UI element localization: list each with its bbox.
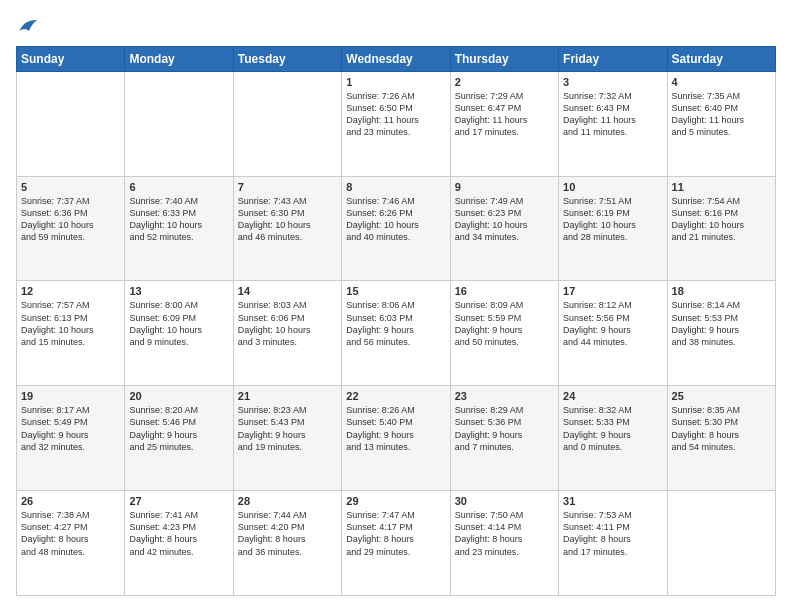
day-number: 28 — [238, 495, 337, 507]
calendar-cell: 28Sunrise: 7:44 AM Sunset: 4:20 PM Dayli… — [233, 491, 341, 596]
day-number: 29 — [346, 495, 445, 507]
cell-text: Sunrise: 8:00 AM Sunset: 6:09 PM Dayligh… — [129, 299, 228, 348]
calendar-cell: 22Sunrise: 8:26 AM Sunset: 5:40 PM Dayli… — [342, 386, 450, 491]
week-row-2: 5Sunrise: 7:37 AM Sunset: 6:36 PM Daylig… — [17, 176, 776, 281]
cell-text: Sunrise: 7:41 AM Sunset: 4:23 PM Dayligh… — [129, 509, 228, 558]
calendar-cell: 9Sunrise: 7:49 AM Sunset: 6:23 PM Daylig… — [450, 176, 558, 281]
cell-text: Sunrise: 7:43 AM Sunset: 6:30 PM Dayligh… — [238, 195, 337, 244]
day-number: 30 — [455, 495, 554, 507]
calendar-cell: 30Sunrise: 7:50 AM Sunset: 4:14 PM Dayli… — [450, 491, 558, 596]
cell-text: Sunrise: 7:32 AM Sunset: 6:43 PM Dayligh… — [563, 90, 662, 139]
calendar-table: SundayMondayTuesdayWednesdayThursdayFrid… — [16, 46, 776, 596]
cell-text: Sunrise: 8:35 AM Sunset: 5:30 PM Dayligh… — [672, 404, 771, 453]
day-number: 3 — [563, 76, 662, 88]
weekday-header-thursday: Thursday — [450, 46, 558, 71]
header — [16, 16, 776, 36]
cell-text: Sunrise: 7:54 AM Sunset: 6:16 PM Dayligh… — [672, 195, 771, 244]
cell-text: Sunrise: 7:51 AM Sunset: 6:19 PM Dayligh… — [563, 195, 662, 244]
page: SundayMondayTuesdayWednesdayThursdayFrid… — [0, 0, 792, 612]
cell-text: Sunrise: 7:40 AM Sunset: 6:33 PM Dayligh… — [129, 195, 228, 244]
week-row-3: 12Sunrise: 7:57 AM Sunset: 6:13 PM Dayli… — [17, 281, 776, 386]
day-number: 16 — [455, 285, 554, 297]
day-number: 13 — [129, 285, 228, 297]
day-number: 26 — [21, 495, 120, 507]
calendar-cell: 6Sunrise: 7:40 AM Sunset: 6:33 PM Daylig… — [125, 176, 233, 281]
calendar-cell: 2Sunrise: 7:29 AM Sunset: 6:47 PM Daylig… — [450, 71, 558, 176]
day-number: 22 — [346, 390, 445, 402]
day-number: 5 — [21, 181, 120, 193]
calendar-cell: 31Sunrise: 7:53 AM Sunset: 4:11 PM Dayli… — [559, 491, 667, 596]
day-number: 11 — [672, 181, 771, 193]
weekday-header-row: SundayMondayTuesdayWednesdayThursdayFrid… — [17, 46, 776, 71]
weekday-header-tuesday: Tuesday — [233, 46, 341, 71]
day-number: 10 — [563, 181, 662, 193]
day-number: 12 — [21, 285, 120, 297]
cell-text: Sunrise: 7:47 AM Sunset: 4:17 PM Dayligh… — [346, 509, 445, 558]
day-number: 7 — [238, 181, 337, 193]
cell-text: Sunrise: 8:17 AM Sunset: 5:49 PM Dayligh… — [21, 404, 120, 453]
calendar-cell: 25Sunrise: 8:35 AM Sunset: 5:30 PM Dayli… — [667, 386, 775, 491]
day-number: 17 — [563, 285, 662, 297]
calendar-cell: 12Sunrise: 7:57 AM Sunset: 6:13 PM Dayli… — [17, 281, 125, 386]
day-number: 4 — [672, 76, 771, 88]
day-number: 23 — [455, 390, 554, 402]
week-row-4: 19Sunrise: 8:17 AM Sunset: 5:49 PM Dayli… — [17, 386, 776, 491]
calendar-cell: 26Sunrise: 7:38 AM Sunset: 4:27 PM Dayli… — [17, 491, 125, 596]
cell-text: Sunrise: 7:38 AM Sunset: 4:27 PM Dayligh… — [21, 509, 120, 558]
day-number: 19 — [21, 390, 120, 402]
cell-text: Sunrise: 7:29 AM Sunset: 6:47 PM Dayligh… — [455, 90, 554, 139]
cell-text: Sunrise: 8:29 AM Sunset: 5:36 PM Dayligh… — [455, 404, 554, 453]
calendar-cell: 8Sunrise: 7:46 AM Sunset: 6:26 PM Daylig… — [342, 176, 450, 281]
day-number: 9 — [455, 181, 554, 193]
calendar-cell: 21Sunrise: 8:23 AM Sunset: 5:43 PM Dayli… — [233, 386, 341, 491]
weekday-header-monday: Monday — [125, 46, 233, 71]
cell-text: Sunrise: 7:57 AM Sunset: 6:13 PM Dayligh… — [21, 299, 120, 348]
day-number: 8 — [346, 181, 445, 193]
day-number: 20 — [129, 390, 228, 402]
calendar-cell: 18Sunrise: 8:14 AM Sunset: 5:53 PM Dayli… — [667, 281, 775, 386]
cell-text: Sunrise: 7:44 AM Sunset: 4:20 PM Dayligh… — [238, 509, 337, 558]
cell-text: Sunrise: 8:26 AM Sunset: 5:40 PM Dayligh… — [346, 404, 445, 453]
day-number: 15 — [346, 285, 445, 297]
weekday-header-saturday: Saturday — [667, 46, 775, 71]
logo-general — [16, 16, 39, 36]
cell-text: Sunrise: 7:26 AM Sunset: 6:50 PM Dayligh… — [346, 90, 445, 139]
calendar-cell — [667, 491, 775, 596]
calendar-cell: 27Sunrise: 7:41 AM Sunset: 4:23 PM Dayli… — [125, 491, 233, 596]
calendar-cell: 1Sunrise: 7:26 AM Sunset: 6:50 PM Daylig… — [342, 71, 450, 176]
calendar-cell: 29Sunrise: 7:47 AM Sunset: 4:17 PM Dayli… — [342, 491, 450, 596]
calendar-cell: 20Sunrise: 8:20 AM Sunset: 5:46 PM Dayli… — [125, 386, 233, 491]
calendar-cell — [125, 71, 233, 176]
day-number: 21 — [238, 390, 337, 402]
cell-text: Sunrise: 8:14 AM Sunset: 5:53 PM Dayligh… — [672, 299, 771, 348]
cell-text: Sunrise: 7:49 AM Sunset: 6:23 PM Dayligh… — [455, 195, 554, 244]
cell-text: Sunrise: 7:35 AM Sunset: 6:40 PM Dayligh… — [672, 90, 771, 139]
calendar-cell: 23Sunrise: 8:29 AM Sunset: 5:36 PM Dayli… — [450, 386, 558, 491]
week-row-1: 1Sunrise: 7:26 AM Sunset: 6:50 PM Daylig… — [17, 71, 776, 176]
calendar-cell: 4Sunrise: 7:35 AM Sunset: 6:40 PM Daylig… — [667, 71, 775, 176]
cell-text: Sunrise: 8:06 AM Sunset: 6:03 PM Dayligh… — [346, 299, 445, 348]
logo-bird-icon — [17, 17, 39, 35]
calendar-cell: 3Sunrise: 7:32 AM Sunset: 6:43 PM Daylig… — [559, 71, 667, 176]
calendar-cell: 10Sunrise: 7:51 AM Sunset: 6:19 PM Dayli… — [559, 176, 667, 281]
day-number: 27 — [129, 495, 228, 507]
day-number: 18 — [672, 285, 771, 297]
cell-text: Sunrise: 8:20 AM Sunset: 5:46 PM Dayligh… — [129, 404, 228, 453]
calendar-cell — [233, 71, 341, 176]
calendar-cell: 7Sunrise: 7:43 AM Sunset: 6:30 PM Daylig… — [233, 176, 341, 281]
calendar-cell: 15Sunrise: 8:06 AM Sunset: 6:03 PM Dayli… — [342, 281, 450, 386]
cell-text: Sunrise: 7:37 AM Sunset: 6:36 PM Dayligh… — [21, 195, 120, 244]
week-row-5: 26Sunrise: 7:38 AM Sunset: 4:27 PM Dayli… — [17, 491, 776, 596]
weekday-header-friday: Friday — [559, 46, 667, 71]
day-number: 6 — [129, 181, 228, 193]
calendar-cell: 13Sunrise: 8:00 AM Sunset: 6:09 PM Dayli… — [125, 281, 233, 386]
calendar-cell: 19Sunrise: 8:17 AM Sunset: 5:49 PM Dayli… — [17, 386, 125, 491]
day-number: 31 — [563, 495, 662, 507]
cell-text: Sunrise: 8:12 AM Sunset: 5:56 PM Dayligh… — [563, 299, 662, 348]
calendar-cell: 17Sunrise: 8:12 AM Sunset: 5:56 PM Dayli… — [559, 281, 667, 386]
weekday-header-wednesday: Wednesday — [342, 46, 450, 71]
day-number: 25 — [672, 390, 771, 402]
day-number: 24 — [563, 390, 662, 402]
day-number: 14 — [238, 285, 337, 297]
cell-text: Sunrise: 8:32 AM Sunset: 5:33 PM Dayligh… — [563, 404, 662, 453]
